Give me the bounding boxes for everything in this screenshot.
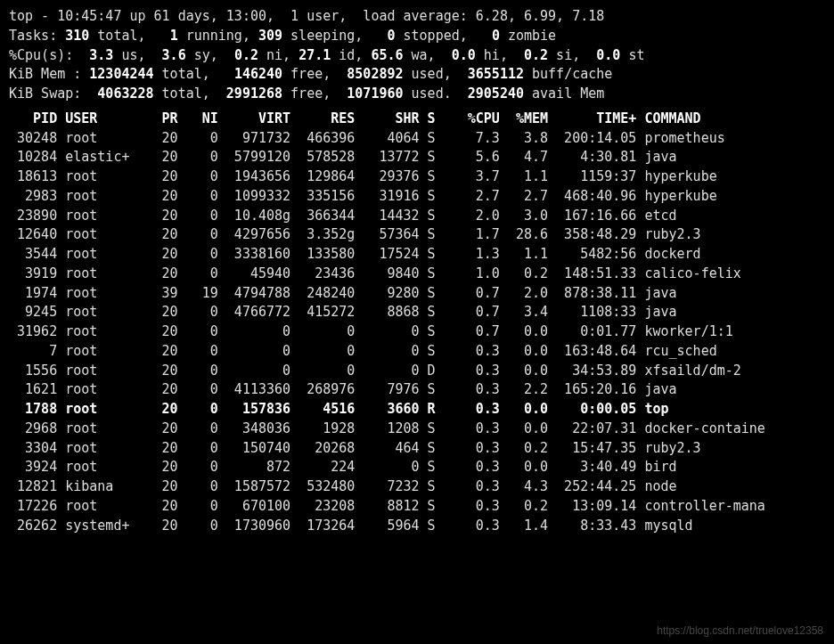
process-table-header: PID USER PR NI VIRT RES SHR S %CPU %MEM …: [9, 110, 825, 129]
process-row: 9245 root 20 0 4766772 415272 8868 S 0.7…: [9, 303, 825, 322]
process-table-body: 30248 root 20 0 971732 466396 4064 S 7.3…: [9, 129, 825, 536]
process-row: 1974 root 39 19 4794788 248240 9280 S 0.…: [9, 284, 825, 304]
process-row: 2968 root 20 0 348036 1928 1208 S 0.3 0.…: [9, 420, 825, 439]
process-row: 31962 root 20 0 0 0 0 S 0.7 0.0 0:01.77 …: [9, 322, 825, 342]
process-row: 17226 root 20 0 670100 23208 8812 S 0.3 …: [9, 497, 825, 517]
watermark-text: https://blog.csdn.net/truelove12358: [657, 624, 823, 639]
process-row: 23890 root 20 0 10.408g 366344 14432 S 2…: [9, 207, 825, 226]
process-row: 26262 systemd+ 20 0 1730960 173264 5964 …: [9, 517, 825, 536]
summary-mem: KiB Mem : 12304244 total, 146240 free, 8…: [9, 65, 825, 85]
summary-cpu: %Cpu(s): 3.3 us, 3.6 sy, 0.2 ni, 27.1 id…: [9, 46, 825, 66]
process-row: 18613 root 20 0 1943656 129864 29376 S 3…: [9, 167, 825, 187]
process-row: 3924 root 20 0 872 224 0 S 0.3 0.0 3:40.…: [9, 458, 825, 477]
process-row: 1556 root 20 0 0 0 0 D 0.3 0.0 34:53.89 …: [9, 362, 825, 381]
process-row: 30248 root 20 0 971732 466396 4064 S 7.3…: [9, 129, 825, 149]
terminal-output: top - 10:45:47 up 61 days, 13:00, 1 user…: [0, 0, 834, 542]
process-row: 7 root 20 0 0 0 0 S 0.3 0.0 163:48.64 rc…: [9, 342, 825, 362]
process-row: 12821 kibana 20 0 1587572 532480 7232 S …: [9, 477, 825, 497]
summary-swap: KiB Swap: 4063228 total, 2991268 free, 1…: [9, 85, 825, 104]
summary-tasks: Tasks: 310 total, 1 running, 309 sleepin…: [9, 27, 825, 46]
process-row: 3544 root 20 0 3338160 133580 17524 S 1.…: [9, 245, 825, 265]
process-row: 1788 root 20 0 157836 4516 3660 R 0.3 0.…: [9, 400, 825, 420]
process-row: 12640 root 20 0 4297656 3.352g 57364 S 1…: [9, 225, 825, 245]
process-row: 2983 root 20 0 1099332 335156 31916 S 2.…: [9, 187, 825, 207]
process-row: 10284 elastic+ 20 0 5799120 578528 13772…: [9, 148, 825, 167]
summary-uptime: top - 10:45:47 up 61 days, 13:00, 1 user…: [9, 7, 825, 27]
process-row: 3919 root 20 0 45940 23436 9840 S 1.0 0.…: [9, 265, 825, 284]
process-row: 1621 root 20 0 4113360 268976 7976 S 0.3…: [9, 380, 825, 400]
process-row: 3304 root 20 0 150740 20268 464 S 0.3 0.…: [9, 439, 825, 459]
